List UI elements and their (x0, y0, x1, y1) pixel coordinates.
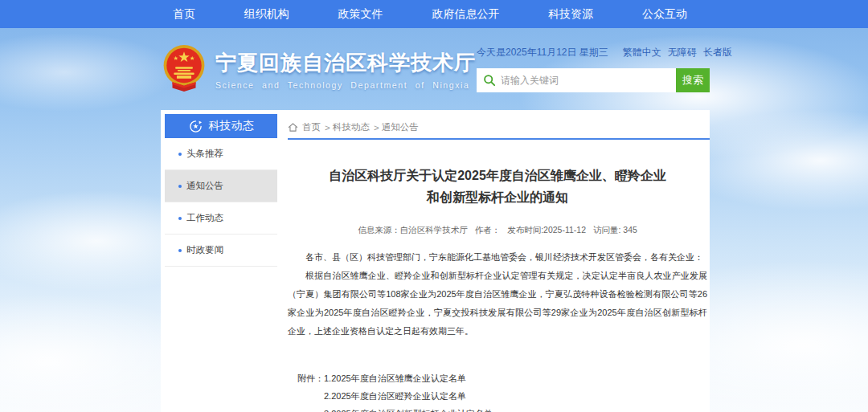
attachment-link[interactable]: 3.2025年度自治区创新型标杆企业认定名单 (324, 405, 493, 412)
sidebar-item[interactable]: 时政要闻 (165, 235, 277, 267)
paragraph: 根据自治区雏鹰企业、瞪羚企业和创新型标杆企业认定管理有关规定，决定认定半亩良人农… (288, 267, 707, 341)
sidebar-item-label: 时政要闻 (186, 244, 223, 256)
home-icon (288, 122, 298, 133)
search-icon (483, 74, 496, 87)
current-date: 今天是2025年11月12日 星期三 (477, 46, 608, 59)
attachments-list: 1.2025年度自治区雏鹰企业认定名单 2.2025年度自治区瞪羚企业认定名单 … (324, 369, 493, 412)
breadcrumb-separator: > (325, 123, 330, 133)
breadcrumb-link[interactable]: 科技动态 (333, 121, 370, 133)
utility-link[interactable]: 繁體中文 (623, 46, 661, 59)
attachments-block: 附件： 1.2025年度自治区雏鹰企业认定名单 2.2025年度自治区瞪羚企业认… (297, 369, 707, 412)
sidebar-item[interactable]: 头条推荐 (165, 138, 277, 170)
breadcrumb-link[interactable]: 首页 (302, 121, 321, 133)
tech-news-icon (189, 120, 203, 133)
paragraph: 各市、县（区）科技管理部门，宁东能源化工基地管委会，银川经济技术开发区管委会，各… (288, 248, 707, 267)
article-meta-part: 发布时间:2025-11-12 (507, 225, 586, 236)
article-title-line2: 和创新型标杆企业的通知 (427, 190, 568, 204)
site-header: 宁夏回族自治区科学技术厅 Science and Technology Depa… (0, 28, 868, 110)
sidebar-item-label: 头条推荐 (186, 148, 223, 160)
article: 自治区科技厅关于认定2025年度自治区雏鹰企业、瞪羚企业 和创新型标杆企业的通知… (288, 165, 710, 412)
site-subtitle: Science and Technology Department of Nin… (215, 80, 476, 90)
breadcrumb-list: 首页 > 科技动态 > 通知公告 (302, 121, 423, 133)
sidebar-item-label: 通知公告 (186, 180, 223, 192)
sidebar-item[interactable]: 工作动态 (165, 202, 277, 235)
search-button[interactable]: 搜索 (676, 68, 710, 92)
breadcrumb-link[interactable]: 通知公告 (382, 121, 419, 133)
article-body: 各市、县（区）科技管理部门，宁东能源化工基地管委会，银川经济技术开发区管委会，各… (288, 248, 707, 341)
article-meta-part: 作者： (475, 225, 501, 236)
nav-item[interactable]: 政府信息公开 (432, 7, 499, 22)
attachment-link[interactable]: 2.2025年度自治区瞪羚企业认定名单 (324, 387, 493, 405)
content-container: 科技动态 头条推荐 通知公告 工作动态 (161, 110, 710, 412)
national-emblem-logo (161, 44, 207, 94)
article-meta-part: 访问量: 345 (593, 225, 637, 236)
nav-item[interactable]: 首页 (173, 7, 195, 22)
article-title-line1: 自治区科技厅关于认定2025年度自治区雏鹰企业、瞪羚企业 (329, 169, 666, 182)
attachments-label: 附件： (297, 369, 324, 412)
bullet-icon (178, 185, 182, 188)
top-nav-list: 首页 组织机构 政策文件 政府信息公开 科技资源 公众互动 (173, 0, 687, 28)
site-title: 宁夏回族自治区科学技术厅 (215, 49, 476, 77)
top-navigation: 首页 组织机构 政策文件 政府信息公开 科技资源 公众互动 (0, 0, 868, 28)
utility-links: 繁體中文 无障碍 长者版 (623, 46, 732, 59)
search-input[interactable] (477, 68, 676, 92)
article-title: 自治区科技厅关于认定2025年度自治区雏鹰企业、瞪羚企业 和创新型标杆企业的通知 (288, 165, 707, 208)
header-utility: 今天是2025年11月12日 星期三 繁體中文 无障碍 长者版 (477, 46, 710, 92)
sidebar-item-label: 工作动态 (186, 212, 223, 224)
main-content: 首页 > 科技动态 > 通知公告 自治区科技厅关于认定2025 (288, 114, 710, 412)
site-brand[interactable]: 宁夏回族自治区科学技术厅 Science and Technology Depa… (161, 44, 476, 94)
breadcrumb-separator: > (374, 123, 379, 133)
page: { "colors": { "nav_blue": "#3e7de8", "ac… (0, 0, 868, 412)
article-meta-part: 信息来源：自治区科学技术厅 (358, 225, 468, 236)
utility-link[interactable]: 长者版 (703, 46, 732, 59)
sidebar-item[interactable]: 通知公告 (165, 170, 277, 202)
article-meta: 信息来源：自治区科学技术厅 作者： 发布时间:2025-11-12 访问量: 3… (288, 225, 707, 236)
sidebar-header: 科技动态 (165, 114, 277, 138)
nav-item[interactable]: 科技资源 (548, 7, 593, 22)
breadcrumb: 首页 > 科技动态 > 通知公告 (288, 116, 710, 140)
utility-link[interactable]: 无障碍 (668, 46, 697, 59)
attachment-link[interactable]: 1.2025年度自治区雏鹰企业认定名单 (324, 369, 493, 387)
sidebar-title: 科技动态 (209, 119, 254, 133)
nav-item[interactable]: 政策文件 (338, 7, 383, 22)
sidebar: 科技动态 头条推荐 通知公告 工作动态 (165, 114, 277, 412)
bullet-icon (178, 217, 182, 220)
nav-item[interactable]: 公众互动 (642, 7, 687, 22)
search-bar: 搜索 (477, 68, 710, 92)
bullet-icon (178, 153, 182, 156)
bullet-icon (178, 249, 182, 252)
nav-item[interactable]: 组织机构 (244, 7, 289, 22)
sidebar-menu: 头条推荐 通知公告 工作动态 时政要闻 (165, 138, 277, 267)
